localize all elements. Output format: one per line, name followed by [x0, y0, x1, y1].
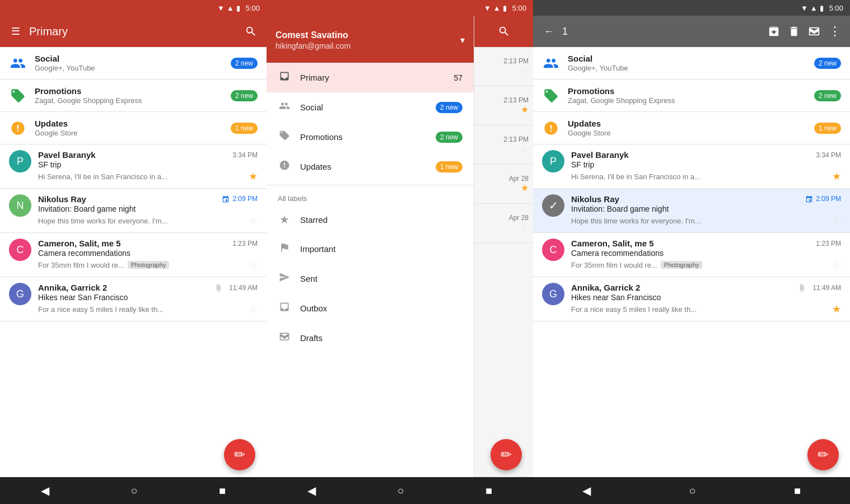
partial-row-2: 2:13 PM☆ [474, 125, 533, 165]
updates-info-right: Updates Google Store [568, 119, 806, 137]
bottom-nav-middle: ◀ ○ ■ [267, 477, 533, 504]
menu-btn-right[interactable]: ■ [783, 480, 812, 502]
email-list-right: Social Google+, YouTube 2 new Promotions… [533, 47, 850, 477]
time-left: 5:00 [246, 4, 260, 12]
back-btn-left[interactable]: ◀ [30, 479, 60, 502]
star-annika-right[interactable]: ★ [832, 303, 841, 315]
email-content-nikolus-left: Nikolus Ray 2:09 PM Invitation: Board ga… [38, 194, 258, 227]
avatar-annika-left: G [9, 283, 31, 305]
menu-btn-middle[interactable]: ■ [474, 480, 503, 502]
drawer-item-drafts[interactable]: Drafts [267, 323, 474, 353]
time-nikolus-left: 2:09 PM [222, 195, 258, 203]
sender-nikolus-right: Nikolus Ray [571, 194, 619, 204]
bottom-nav-right: ◀ ○ ■ [533, 477, 850, 504]
subject-pavel-left: SF trip [38, 160, 258, 169]
home-btn-left[interactable]: ○ [119, 480, 148, 502]
battery-icon-middle: ▮ [503, 4, 507, 12]
drawer-label-starred: Starred [300, 215, 463, 225]
drawer-arrow-icon[interactable]: ▾ [460, 35, 465, 45]
category-social-right[interactable]: Social Google+, YouTube 2 new [533, 47, 850, 80]
drawer-item-important[interactable]: Important [267, 234, 474, 264]
star-nikolus-left[interactable]: ☆ [249, 214, 258, 227]
middle-panel: ▼ ▲ ▮ 5:00 2:13 PM☆ 2:13 PM★ 2:13 PM☆ Ap… [267, 0, 533, 504]
fab-middle[interactable]: ✏ [491, 439, 522, 470]
drawer-label-updates: Updates [300, 162, 427, 171]
updates-badge-right: 1 new [814, 123, 841, 134]
drawer-promotions-icon [278, 130, 291, 144]
email-row-cameron-right[interactable]: C Cameron, Salit, me 5 1:23 PM Camera re… [533, 233, 850, 277]
star-pavel-right[interactable]: ★ [832, 170, 841, 183]
email-row-nikolus-left[interactable]: N Nikolus Ray 2:09 PM Invitation: Board … [0, 189, 267, 233]
menu-btn-left[interactable]: ■ [208, 480, 237, 502]
back-icon-right[interactable]: ← [542, 25, 555, 38]
mail-icon-right[interactable] [807, 25, 821, 38]
drawer-label-important: Important [300, 244, 463, 254]
partial-toolbar [474, 16, 533, 47]
category-updates-left[interactable]: Updates Google Store 1 new [0, 112, 267, 144]
partial-row-3: Apr 28★ [474, 165, 533, 204]
star-nikolus-right[interactable]: ☆ [832, 214, 841, 227]
drawer-label-drafts: Drafts [300, 333, 463, 343]
back-btn-middle[interactable]: ◀ [296, 479, 327, 502]
category-social-left[interactable]: Social Google+, YouTube 2 new [0, 47, 267, 80]
email-content-annika-right: Annika, Garrick 2 11:49 AM Hikes near Sa… [571, 283, 841, 315]
email-row-pavel-right[interactable]: P Pavel Baranyk 3:34 PM SF trip Hi Seren… [533, 144, 850, 189]
email-content-cameron-right: Cameron, Salit, me 5 1:23 PM Camera reco… [571, 239, 841, 271]
email-content-pavel-left: Pavel Baranyk 3:34 PM SF trip Hi Serena,… [38, 150, 258, 183]
email-row-annika-right[interactable]: G Annika, Garrick 2 11:49 AM Hikes near … [533, 277, 850, 321]
category-updates-right[interactable]: Updates Google Store 1 new [533, 112, 850, 144]
email-row-nikolus-right[interactable]: Nikolus Ray 2:09 PM Invitation: Board ga… [533, 189, 850, 233]
time-cameron-right: 1:23 PM [816, 240, 841, 248]
tag-cameron-left: Photography [128, 261, 169, 269]
star-cameron-right[interactable]: ☆ [832, 259, 841, 271]
drawer-badge-promotions: 2 new [436, 132, 463, 143]
category-promotions-left[interactable]: Promotions Zagat, Google Shopping Expres… [0, 80, 267, 112]
email-row-pavel-left[interactable]: P Pavel Baranyk 3:34 PM SF trip Hi Seren… [0, 144, 267, 189]
email-row-cameron-left[interactable]: C Cameron, Salit, me 5 1:23 PM Camera re… [0, 233, 267, 277]
promotions-badge-left: 2 new [231, 90, 258, 101]
time-nikolus-right: 2:09 PM [805, 195, 841, 203]
drawer-item-primary[interactable]: Primary 57 [267, 63, 474, 92]
search-icon-left[interactable] [244, 25, 258, 38]
drawer-item-updates[interactable]: Updates 1 new [267, 152, 474, 181]
signal-icon-right: ▲ [810, 4, 818, 12]
fab-left[interactable]: ✏ [224, 439, 255, 470]
status-bar-middle: ▼ ▲ ▮ 5:00 [267, 0, 533, 16]
drawer-item-sent[interactable]: Sent [267, 264, 474, 293]
all-labels-label: All labels [267, 189, 474, 205]
wifi-icon-right: ▼ [801, 4, 808, 12]
time-right: 5:00 [829, 4, 843, 12]
avatar-nikolus-right [542, 194, 564, 217]
drawer-item-starred[interactable]: ★ Starred [267, 205, 474, 234]
menu-icon-left[interactable]: ☰ [9, 25, 22, 38]
home-btn-right[interactable]: ○ [678, 480, 707, 502]
drawer-item-outbox[interactable]: Outbox [267, 293, 474, 323]
social-sub-left: Google+, YouTube [35, 64, 223, 72]
star-pavel-left[interactable]: ★ [249, 170, 258, 183]
drawer-item-promotions[interactable]: Promotions 2 new [267, 122, 474, 152]
more-icon-right[interactable]: ⋮ [828, 25, 841, 38]
tag-cameron-right: Photography [661, 261, 702, 269]
email-row-annika-left[interactable]: G Annika, Garrick 2 11:49 AM Hikes near … [0, 277, 267, 321]
home-btn-middle[interactable]: ○ [386, 480, 415, 502]
partial-row-0: 2:13 PM☆ [474, 47, 533, 86]
back-btn-right[interactable]: ◀ [571, 479, 602, 502]
star-annika-left[interactable]: ☆ [249, 303, 258, 315]
time-pavel-left: 3:34 PM [232, 151, 258, 159]
sender-cameron-left: Cameron, Salit, me 5 [38, 239, 121, 248]
subject-annika-left: Hikes near San Francisco [38, 293, 258, 302]
promotions-sub-right: Zagat, Google Shopping Express [568, 96, 806, 105]
drawer-item-social[interactable]: Social 2 new [267, 92, 474, 122]
time-cameron-left: 1:23 PM [232, 240, 258, 248]
email-content-pavel-right: Pavel Baranyk 3:34 PM SF trip Hi Serena,… [571, 150, 841, 183]
social-badge-left: 2 new [231, 58, 258, 69]
star-cameron-left[interactable]: ☆ [249, 259, 258, 271]
category-promotions-right[interactable]: Promotions Zagat, Google Shopping Expres… [533, 80, 850, 112]
archive-icon-right[interactable] [767, 25, 781, 38]
drawer-badge-updates: 1 new [436, 161, 463, 172]
social-name-right: Social [568, 54, 806, 63]
delete-icon-right[interactable] [787, 25, 801, 38]
fab-right[interactable]: ✏ [807, 439, 839, 470]
drawer-label-outbox: Outbox [300, 304, 463, 313]
promotions-badge-right: 2 new [814, 90, 841, 101]
